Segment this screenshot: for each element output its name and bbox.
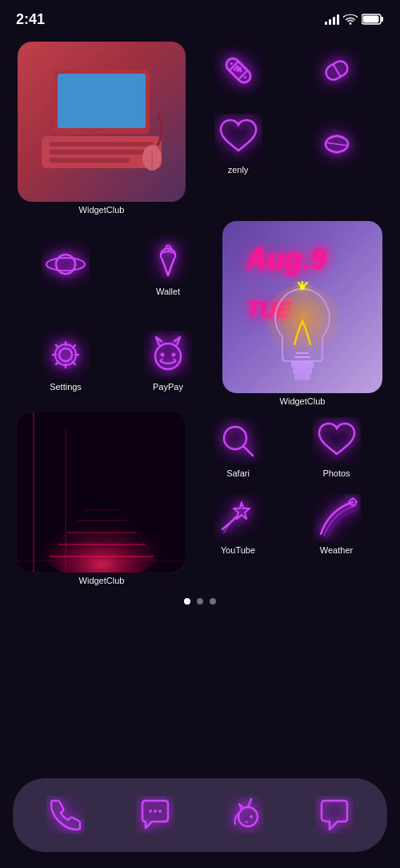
heart-outline-icon bbox=[313, 417, 361, 465]
wifi-icon bbox=[343, 14, 358, 25]
youtube-icon-cell[interactable]: YouTube bbox=[192, 489, 284, 560]
svg-line-57 bbox=[243, 446, 253, 456]
section1: WidgetClub .bandaid-glow { filter: drop-… bbox=[13, 42, 387, 215]
stairs-widget bbox=[18, 412, 186, 573]
svg-point-33 bbox=[172, 353, 176, 357]
svg-line-24 bbox=[333, 64, 340, 77]
widget-club-1[interactable]: WidgetClub bbox=[18, 42, 186, 215]
photos-label: Photos bbox=[322, 468, 350, 478]
widget3-label: WidgetClub bbox=[18, 576, 186, 585]
signal-icon bbox=[325, 14, 339, 25]
svg-point-32 bbox=[161, 353, 165, 357]
stairs-illustration bbox=[18, 412, 186, 573]
chat-bubble-icon bbox=[136, 796, 174, 834]
capsule-icon bbox=[313, 46, 361, 94]
safari-icon-cell[interactable]: Safari bbox=[192, 412, 284, 483]
phone-icon bbox=[46, 796, 85, 834]
svg-point-66 bbox=[158, 810, 162, 813]
paypay-label: PayPay bbox=[153, 382, 183, 392]
svg-rect-8 bbox=[50, 158, 130, 163]
svg-rect-1 bbox=[381, 17, 383, 22]
calendar-date: Aug.9 bbox=[246, 245, 326, 274]
unicorn-icon bbox=[226, 796, 264, 834]
svg-line-26 bbox=[326, 143, 348, 146]
lightbulb-illustration bbox=[238, 281, 366, 393]
retro-laptop-widget[interactable] bbox=[18, 42, 186, 202]
widget-club-3[interactable]: WidgetClub bbox=[18, 412, 186, 585]
section2: Wallet Settings bbox=[13, 221, 387, 406]
svg-point-68 bbox=[250, 815, 253, 818]
youtube-label: YouTube bbox=[221, 545, 255, 555]
svg-point-41 bbox=[300, 285, 305, 290]
devil-icon-cell[interactable]: PayPay bbox=[120, 317, 216, 407]
wallet-label: Wallet bbox=[156, 287, 180, 296]
dock-unicorn[interactable] bbox=[219, 790, 270, 841]
svg-point-31 bbox=[155, 344, 181, 369]
svg-point-28 bbox=[46, 258, 85, 271]
section3-icons: Safari Photos bbox=[192, 412, 382, 585]
weather-label: Weather bbox=[320, 545, 353, 555]
icecream-icon bbox=[144, 235, 192, 283]
home-screen: WidgetClub .bandaid-glow { filter: drop-… bbox=[0, 35, 400, 605]
svg-rect-2 bbox=[363, 16, 379, 23]
dot-3[interactable] bbox=[210, 598, 216, 605]
dock-messages[interactable] bbox=[130, 790, 181, 841]
heart-neon-icon bbox=[214, 114, 262, 162]
svg-point-29 bbox=[59, 348, 72, 361]
photos-icon-cell[interactable]: Photos bbox=[290, 412, 382, 483]
section1-icons: .bandaid-glow { filter: drop-shadow(0 0 … bbox=[192, 42, 382, 215]
dock-speech[interactable] bbox=[309, 790, 360, 841]
dot-1[interactable] bbox=[184, 598, 190, 605]
icecream-icon-cell[interactable]: Wallet bbox=[120, 221, 216, 311]
rainbow-icon bbox=[313, 494, 361, 542]
svg-point-19 bbox=[230, 62, 233, 65]
bandaid-icon-cell[interactable]: .bandaid-glow { filter: drop-shadow(0 0 … bbox=[192, 42, 284, 102]
page-dots bbox=[13, 598, 387, 605]
gear-icon bbox=[42, 331, 90, 379]
heart-icon-cell[interactable]: zenly bbox=[192, 109, 284, 179]
settings-icon-cell[interactable]: Settings bbox=[18, 317, 114, 407]
speech-icon bbox=[315, 796, 354, 834]
svg-point-65 bbox=[154, 810, 157, 813]
svg-rect-35 bbox=[291, 361, 314, 368]
capsule-icon-cell[interactable] bbox=[290, 42, 382, 102]
bandaid-icon: .bandaid-glow { filter: drop-shadow(0 0 … bbox=[214, 46, 262, 94]
section2-icons: Wallet Settings bbox=[18, 221, 216, 406]
dock-phone[interactable] bbox=[40, 790, 91, 841]
status-icons bbox=[325, 14, 384, 25]
calendar-widget[interactable]: Aug.9 TUE bbox=[222, 221, 382, 406]
devil-icon bbox=[144, 331, 192, 379]
bulb-widget-inner: Aug.9 TUE bbox=[222, 221, 382, 393]
safari-label: Safari bbox=[226, 468, 250, 478]
weather-icon-cell[interactable]: Weather bbox=[290, 489, 382, 560]
svg-point-20 bbox=[243, 75, 246, 78]
status-bar: 2:41 bbox=[0, 0, 400, 35]
planet-icon-cell[interactable] bbox=[18, 221, 114, 311]
shooting-star-icon bbox=[214, 494, 262, 542]
dock bbox=[13, 778, 387, 852]
svg-rect-4 bbox=[58, 74, 146, 128]
candy-icon-cell[interactable] bbox=[290, 109, 382, 179]
svg-rect-6 bbox=[50, 142, 154, 147]
widget1-label: WidgetClub bbox=[18, 205, 186, 215]
laptop-illustration bbox=[34, 66, 170, 178]
svg-rect-36 bbox=[293, 368, 312, 374]
settings-label: Settings bbox=[50, 382, 82, 392]
svg-point-64 bbox=[149, 810, 152, 813]
calendar-widget-label: WidgetClub bbox=[222, 396, 382, 406]
section3: WidgetClub Safari Ph bbox=[13, 412, 387, 585]
zenly-label: zenly bbox=[228, 165, 249, 175]
magnifier-icon bbox=[214, 417, 262, 465]
planet-icon bbox=[42, 240, 90, 288]
dot-2[interactable] bbox=[197, 598, 203, 605]
svg-rect-7 bbox=[50, 150, 154, 155]
candy-icon bbox=[313, 119, 361, 167]
battery-icon bbox=[362, 14, 384, 25]
status-time: 2:41 bbox=[16, 11, 45, 28]
svg-rect-37 bbox=[294, 374, 310, 380]
